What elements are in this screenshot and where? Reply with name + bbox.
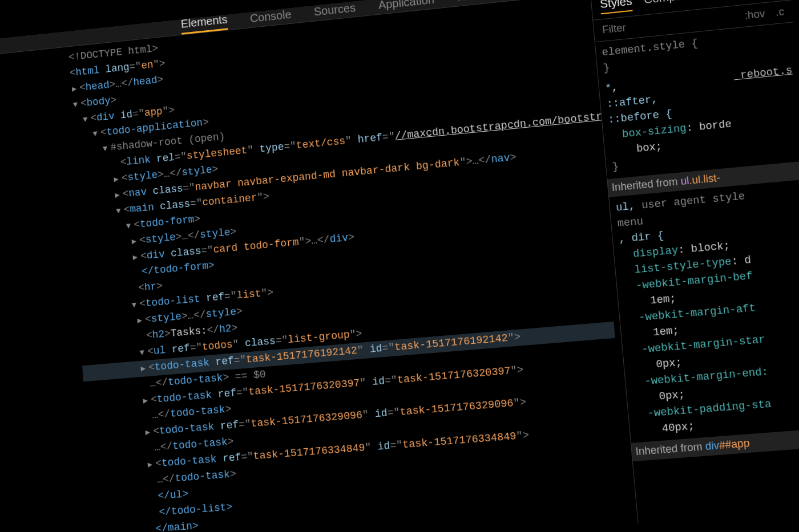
- inherited-from-div-app: Inherited from: [635, 440, 706, 457]
- dom-tree-panel[interactable]: <!DOCTYPE html> <html lang="en"> ▶<head>…: [0, 0, 638, 532]
- tab-styles[interactable]: Styles: [599, 0, 633, 14]
- tab-computed[interactable]: Computed: [643, 0, 699, 10]
- cls-toggle[interactable]: .c: [775, 6, 785, 19]
- hov-toggle[interactable]: :hov: [744, 7, 766, 22]
- inherited-from-ul: Inherited from: [611, 176, 681, 194]
